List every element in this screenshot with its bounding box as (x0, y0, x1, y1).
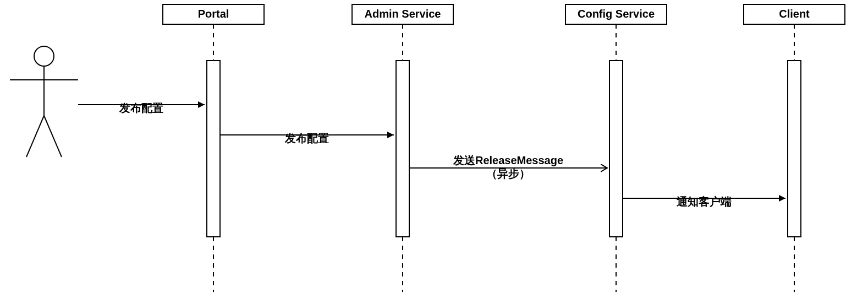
svg-line-3 (26, 116, 44, 157)
actor-user (10, 46, 78, 157)
participant-portal-label: Portal (198, 8, 229, 20)
svg-rect-15 (609, 61, 623, 237)
participant-portal: Portal (163, 4, 264, 292)
message-notify-client: 通知客户端 (623, 196, 785, 208)
participant-config-label: Config Service (578, 8, 655, 20)
svg-rect-11 (396, 61, 409, 237)
message-notify-client-label: 通知客户端 (676, 196, 732, 208)
sequence-diagram: Portal Admin Service Config Service Clie… (0, 0, 868, 293)
participant-client-label: Client (779, 8, 810, 20)
participant-admin-label: Admin Service (365, 8, 441, 20)
message-release-message-label-1: 发送ReleaseMessage (453, 154, 563, 166)
message-publish-config-2-label: 发布配置 (284, 132, 329, 144)
message-release-message-async: 发送ReleaseMessage （异步） (409, 154, 607, 180)
message-release-message-label-2: （异步） (486, 167, 530, 180)
participant-config-service: Config Service (565, 4, 667, 292)
svg-rect-7 (207, 61, 220, 237)
svg-point-0 (34, 46, 54, 66)
message-publish-config-2: 发布配置 (220, 132, 394, 144)
message-publish-config-1-label: 发布配置 (119, 102, 163, 114)
svg-line-4 (44, 116, 62, 157)
svg-rect-19 (788, 61, 801, 237)
participant-client: Client (744, 4, 845, 292)
message-publish-config-1: 发布配置 (78, 102, 205, 114)
participant-admin-service: Admin Service (352, 4, 453, 292)
